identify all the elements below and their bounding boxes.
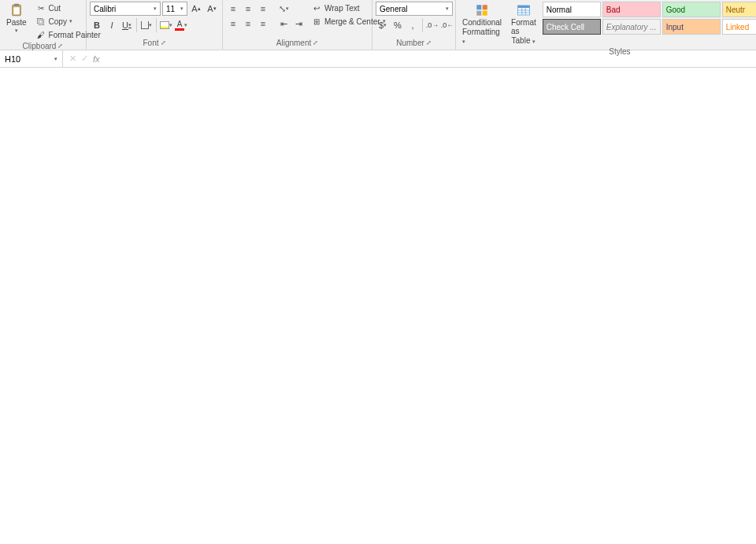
ribbon-group-clipboard: Paste ▾ ✂Cut ⿻Copy▾ 🖌Format Painter Clip… (0, 0, 87, 50)
paste-button[interactable]: Paste ▾ (3, 2, 30, 35)
format-as-table-button[interactable]: Format as Table ▾ (508, 2, 539, 46)
clipboard-group-label: Clipboard (23, 42, 57, 50)
font-launcher[interactable]: ⤢ (161, 39, 166, 46)
style-check-cell[interactable]: Check Cell (543, 19, 601, 35)
conditional-formatting-icon (475, 3, 489, 17)
styles-group-label: Styles (609, 47, 630, 56)
fx-icon[interactable]: fx (93, 54, 100, 64)
font-name-select[interactable]: Calibri▾ (90, 2, 161, 16)
font-color-button[interactable]: A▾ (174, 18, 188, 32)
font-size-select[interactable]: 11▾ (162, 2, 187, 16)
copy-icon: ⿻ (35, 16, 46, 27)
fill-color-button[interactable]: ▾ (159, 18, 173, 32)
svg-rect-5 (476, 11, 481, 16)
ribbon-group-number: General▾ $▾ % , .0→ .0← Number⤢ (372, 0, 456, 50)
style-input[interactable]: Input (662, 19, 721, 35)
svg-rect-3 (476, 5, 481, 9)
border-icon (141, 21, 149, 29)
bold-button[interactable]: B (90, 18, 104, 32)
number-group-label: Number (396, 39, 424, 47)
alignment-group-label: Alignment (276, 39, 311, 47)
ribbon: Paste ▾ ✂Cut ⿻Copy▾ 🖌Format Painter Clip… (0, 0, 756, 50)
alignment-launcher[interactable]: ⤢ (313, 39, 318, 46)
number-launcher[interactable]: ⤢ (426, 39, 432, 46)
svg-rect-8 (517, 6, 529, 8)
merge-icon: ⊞ (311, 16, 322, 27)
align-bottom-button[interactable]: ≡ (256, 2, 270, 16)
border-button[interactable]: ▾ (139, 18, 154, 32)
paste-icon (9, 3, 24, 17)
italic-button[interactable]: I (105, 18, 119, 32)
clipboard-launcher[interactable]: ⤢ (57, 43, 63, 50)
align-right-button[interactable]: ≡ (256, 17, 270, 31)
svg-rect-2 (13, 7, 20, 14)
table-icon (517, 3, 531, 17)
align-center-button[interactable]: ≡ (241, 17, 255, 31)
style-good[interactable]: Good (662, 2, 721, 17)
underline-button[interactable]: U▾ (120, 18, 134, 32)
style-normal[interactable]: Normal (543, 2, 601, 17)
align-top-button[interactable]: ≡ (226, 2, 240, 16)
cell-styles-gallery[interactable]: Normal Bad Good Neutr Check Cell Explana… (543, 2, 756, 35)
orientation-button[interactable]: ⤡▾ (276, 2, 291, 16)
align-left-button[interactable]: ≡ (226, 17, 240, 31)
increase-font-button[interactable]: A▴ (189, 2, 203, 16)
decrease-font-button[interactable]: A▾ (205, 2, 219, 16)
ribbon-group-styles: Conditional Formatting ▾ Format as Table… (456, 0, 756, 50)
increase-indent-button[interactable]: ⇥ (291, 17, 306, 31)
svg-rect-4 (483, 5, 487, 9)
increase-decimal-button[interactable]: .0→ (425, 18, 439, 32)
brush-icon: 🖌 (35, 29, 46, 40)
paste-label: Paste (6, 18, 27, 27)
decrease-indent-button[interactable]: ⇤ (276, 17, 291, 31)
cancel-formula-icon[interactable]: ✕ (69, 54, 76, 64)
style-bad[interactable]: Bad (602, 2, 661, 17)
style-linked[interactable]: Linked (722, 19, 756, 35)
svg-rect-6 (483, 11, 487, 16)
enter-formula-icon[interactable]: ✓ (81, 54, 88, 64)
fill-icon (160, 21, 169, 29)
font-group-label: Font (143, 39, 158, 47)
svg-rect-1 (14, 4, 19, 6)
name-box[interactable]: H10▾ (0, 50, 63, 67)
ribbon-group-font: Calibri▾ 11▾ A▴ A▾ B I U▾ ▾ ▾ A▾ Font⤢ (87, 0, 223, 50)
conditional-formatting-button[interactable]: Conditional Formatting ▾ (459, 2, 505, 46)
comma-format-button[interactable]: , (406, 18, 420, 32)
align-middle-button[interactable]: ≡ (241, 2, 255, 16)
accounting-format-button[interactable]: $▾ (376, 18, 390, 32)
wrap-icon: ↩ (311, 2, 322, 13)
font-color-icon: A (175, 20, 184, 31)
style-explanatory[interactable]: Explanatory ... (602, 19, 661, 35)
number-format-select[interactable]: General▾ (376, 2, 453, 16)
percent-format-button[interactable]: % (391, 18, 405, 32)
cut-icon: ✂ (35, 2, 46, 13)
style-neutral[interactable]: Neutr (722, 2, 756, 17)
decrease-decimal-button[interactable]: .0← (440, 18, 454, 32)
ribbon-group-alignment: ≡ ≡ ≡ ⤡▾ ≡ ≡ ≡ ⇤ ⇥ ↩Wrap Text ⊞Merge & C… (223, 0, 372, 50)
